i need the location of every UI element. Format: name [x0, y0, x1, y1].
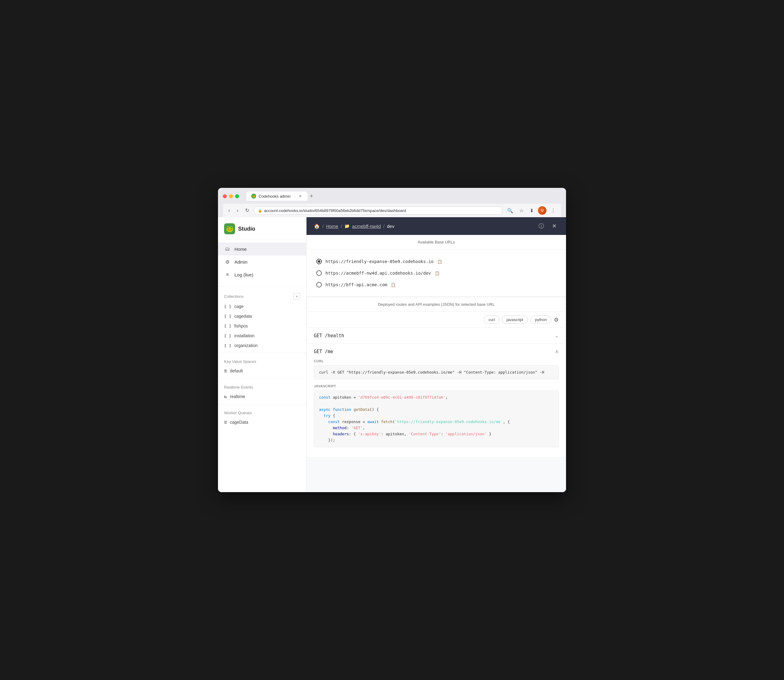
sidebar-item-log-label: Log (live)	[234, 272, 253, 277]
route-me-method-path: GET /me	[314, 349, 333, 354]
download-button[interactable]: ⬇	[528, 206, 536, 215]
tab-favicon: 🐸	[251, 194, 256, 198]
home-breadcrumb-icon: 🏠	[314, 223, 320, 229]
forward-button[interactable]: ›	[235, 207, 240, 214]
collection-fishpos-label: fishpos	[234, 324, 248, 328]
route-health: GET /health ⌄	[306, 327, 566, 343]
maximize-traffic-light[interactable]	[235, 194, 239, 198]
user-avatar[interactable]: U	[538, 206, 547, 215]
collection-cagedata-label: cagedata	[234, 314, 252, 319]
base-url-text-3: https://bff-api.acme.com	[325, 282, 387, 287]
bookmark-button[interactable]: ☆	[517, 206, 525, 215]
tab-title: Codehooks admin	[259, 194, 291, 198]
copy-icon-1[interactable]: 📋	[437, 259, 442, 264]
available-base-urls-label: Available Base URLs	[306, 235, 566, 250]
javascript-lang-button[interactable]: javascript	[502, 316, 528, 324]
base-url-text-2: https://acmebff-nw4d.api.codehooks.io/de…	[325, 271, 431, 275]
radio-button-1[interactable]	[316, 259, 322, 264]
folder-breadcrumb-icon: 📁	[344, 224, 350, 228]
python-lang-button[interactable]: python	[530, 316, 551, 324]
traffic-lights	[223, 194, 239, 198]
collection-item-fishpos[interactable]: [ ] fishpos	[218, 321, 306, 331]
sidebar: 🐸 Studio 🗂 Home ⚙ Admin ≡ Log (live)	[218, 217, 306, 492]
sidebar-item-admin-label: Admin	[234, 259, 248, 264]
realtime-icon: ↻	[224, 394, 227, 399]
realtime-item[interactable]: ↻ realtime	[218, 391, 306, 402]
worker-queues-list: ≡ cageData	[218, 417, 306, 427]
sidebar-divider-4	[218, 404, 306, 405]
back-button[interactable]: ‹	[226, 207, 232, 214]
collection-bracket-icon: [ ]	[224, 304, 231, 309]
route-health-chevron: ⌄	[555, 333, 559, 338]
info-button[interactable]: ⓘ	[537, 222, 546, 231]
copy-icon-2[interactable]: 📋	[435, 271, 440, 275]
breadcrumb-separator-1: /	[322, 224, 324, 229]
collection-item-installation[interactable]: [ ] installation	[218, 331, 306, 341]
curl-lang-button[interactable]: curl	[484, 316, 500, 324]
key-value-section-header: Key Value Spaces	[218, 356, 306, 366]
radio-button-3[interactable]	[316, 282, 322, 288]
collection-bracket-icon-3: [ ]	[224, 324, 231, 328]
javascript-code-block: const apitoken = 'd769fce4-e09c-4c61-a49…	[314, 390, 559, 447]
breadcrumb-separator-2: /	[341, 224, 342, 229]
address-bar[interactable]: 🔒 account.codehooks.io/studio/654b8978f0…	[254, 206, 502, 215]
title-bar: 🐸 Codehooks admin ✕ +	[223, 192, 561, 201]
search-button[interactable]: 🔍	[505, 206, 515, 215]
breadcrumb-folder-link[interactable]: acmebff-nw4d	[352, 224, 381, 229]
main-scroll-area[interactable]: Available Base URLs https://friendly-exp…	[306, 235, 566, 492]
route-me: GET /me ∧ CURL curl -X GET "https://frie…	[306, 343, 566, 457]
radio-button-2[interactable]	[316, 270, 322, 276]
tab-close-button[interactable]: ✕	[298, 194, 303, 198]
browser-toolbar: ‹ › ↻ 🔒 account.codehooks.io/studio/654b…	[223, 204, 561, 217]
route-me-header[interactable]: GET /me ∧	[306, 344, 566, 359]
routes-settings-button[interactable]: ⚙	[554, 316, 559, 323]
base-url-option-3[interactable]: https://bff-api.acme.com 📋	[316, 279, 556, 291]
menu-button[interactable]: ⋮	[549, 206, 558, 215]
worker-queue-cagedata[interactable]: ≡ cageData	[218, 417, 306, 427]
sidebar-logo: 🐸 Studio	[218, 217, 306, 239]
close-space-button[interactable]: ✕	[550, 222, 559, 231]
close-traffic-light[interactable]	[223, 194, 227, 198]
curl-block-container: CURL curl -X GET "https://friendly-expan…	[306, 359, 566, 457]
sidebar-item-home-label: Home	[234, 247, 247, 252]
route-me-chevron: ∧	[555, 349, 559, 354]
active-tab[interactable]: 🐸 Codehooks admin ✕	[247, 192, 308, 201]
main-content: 🏠 / Home / 📁 acmebff-nw4d / dev ⓘ ✕	[306, 217, 566, 492]
breadcrumb-home-link[interactable]: Home	[326, 224, 338, 229]
key-value-default-icon: ≡	[224, 368, 227, 374]
log-icon: ≡	[224, 271, 231, 278]
close-icon: ✕	[552, 223, 556, 230]
collection-item-cage[interactable]: [ ] cage	[218, 302, 306, 311]
collection-cage-label: cage	[234, 304, 244, 309]
breadcrumb-current-space: dev	[387, 224, 394, 229]
breadcrumb-separator-3: /	[383, 224, 384, 229]
route-health-header[interactable]: GET /health ⌄	[306, 328, 566, 343]
copy-icon-3[interactable]: 📋	[391, 283, 396, 287]
collection-item-cagedata[interactable]: [ ] cagedata	[218, 311, 306, 321]
minimize-traffic-light[interactable]	[229, 194, 233, 198]
sidebar-item-home[interactable]: 🗂 Home	[218, 242, 306, 255]
collection-bracket-icon-5: [ ]	[224, 343, 231, 348]
sidebar-divider-1	[218, 286, 306, 287]
key-value-item-default[interactable]: ≡ default	[218, 366, 306, 376]
base-urls-container: https://friendly-expanse-05e9.codehooks.…	[306, 250, 566, 297]
worker-queue-cagedata-label: cageData	[230, 420, 248, 425]
refresh-button[interactable]: ↻	[244, 207, 251, 214]
collections-section-title: Collections	[224, 294, 244, 299]
add-collection-icon: +	[295, 294, 298, 299]
collection-installation-label: installation	[234, 333, 254, 338]
logo-text: Studio	[238, 226, 255, 232]
curl-code-text: curl -X GET "https://friendly-expanse-05…	[319, 370, 544, 375]
sidebar-divider-2	[218, 353, 306, 353]
new-tab-button[interactable]: +	[308, 192, 316, 201]
sidebar-item-admin[interactable]: ⚙ Admin	[218, 255, 306, 268]
add-collection-button[interactable]: +	[294, 293, 300, 300]
routes-toolbar: curl javascript python ⚙	[306, 312, 566, 327]
collection-item-organization[interactable]: [ ] organization	[218, 341, 306, 350]
base-url-option-1[interactable]: https://friendly-expanse-05e9.codehooks.…	[316, 256, 556, 267]
collection-bracket-icon-2: [ ]	[224, 314, 231, 319]
browser-chrome: 🐸 Codehooks admin ✕ + ‹ › ↻ 🔒 account.co…	[218, 188, 566, 217]
sidebar-nav: 🗂 Home ⚙ Admin ≡ Log (live)	[218, 239, 306, 284]
sidebar-item-log[interactable]: ≡ Log (live)	[218, 268, 306, 281]
base-url-option-2[interactable]: https://acmebff-nw4d.api.codehooks.io/de…	[316, 267, 556, 279]
